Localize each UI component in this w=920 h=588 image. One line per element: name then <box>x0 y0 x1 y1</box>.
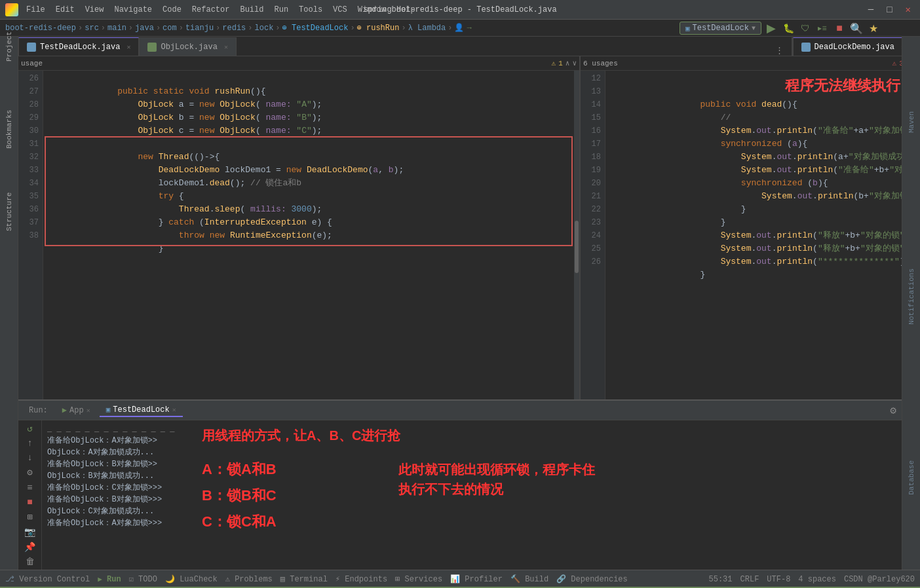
breadcrumb-com[interactable]: com <box>163 24 177 33</box>
menu-vcs[interactable]: VCS <box>329 4 351 16</box>
menu-refactor[interactable]: Refactor <box>188 4 234 16</box>
menu-edit[interactable]: Edit <box>52 4 79 16</box>
breadcrumb-method[interactable]: ⊕ rushRun <box>357 23 400 33</box>
statusbar: ⎇ Version Control ▶ Run ☑ TODO 🌙 LuaChec… <box>0 570 920 588</box>
tab-testdeadlock[interactable]: TestDeadLock.java ✕ <box>18 37 139 56</box>
menu-view[interactable]: View <box>81 4 108 16</box>
statusbar-terminal[interactable]: ▤ Terminal <box>280 574 328 584</box>
statusbar-todo-label: TODO <box>138 575 157 584</box>
coverage-button[interactable]: 🛡 <box>798 21 813 35</box>
left-scrollbar-thumb[interactable] <box>575 221 579 273</box>
run-pin-btn[interactable]: 📌 <box>23 542 37 553</box>
git-user[interactable]: CSDN @Parley620 <box>844 575 915 584</box>
tab-objlock-close[interactable]: ✕ <box>224 43 228 51</box>
breadcrumb-main[interactable]: main <box>107 24 126 33</box>
statusbar-version-control[interactable]: ⎇ Version Control <box>5 574 90 584</box>
build-icon: 🔨 <box>510 575 520 584</box>
tab-deadlockdemo[interactable]: DeadLockDemo.java ✕ <box>793 37 913 56</box>
run-settings-btn[interactable]: ⚙ <box>23 467 37 478</box>
indent-info[interactable]: 4 spaces <box>798 575 836 584</box>
close-button[interactable]: ✕ <box>902 4 915 15</box>
app-tab-close[interactable]: ✕ <box>86 407 90 414</box>
profiler-icon: 📊 <box>450 575 460 584</box>
statusbar-endpoints[interactable]: ⚡ Endpoints <box>335 574 387 584</box>
rline-25: 25 <box>581 242 605 255</box>
tab-more-button[interactable]: ⋮ <box>770 45 789 56</box>
breadcrumb-tianju[interactable]: tianju <box>185 24 214 33</box>
statusbar-problems[interactable]: ⚠ Problems <box>225 574 273 584</box>
rcode-26: } <box>608 255 917 268</box>
run-button[interactable]: ▶ <box>764 21 778 35</box>
line-separator[interactable]: CRLF <box>740 575 759 584</box>
tab-objlock[interactable]: ObjLock.java ✕ <box>139 37 236 56</box>
menu-navigate[interactable]: Navigate <box>110 4 156 16</box>
sidebar-structure-icon[interactable]: Structure <box>2 204 16 219</box>
tab-testdeadlock-close[interactable]: ✕ <box>126 43 130 51</box>
breadcrumb-class[interactable]: ⊕ TestDeadLock <box>282 23 349 33</box>
cursor-position[interactable]: 55:31 <box>709 575 733 584</box>
sidebar-maven-label[interactable]: Maven <box>908 107 915 137</box>
breadcrumb-person-icon[interactable]: 👤 <box>454 23 464 33</box>
warning-next[interactable]: ∨ <box>572 59 577 67</box>
warning-prev[interactable]: ∧ <box>565 59 570 67</box>
breadcrumb-java[interactable]: java <box>135 24 154 33</box>
run-stop-btn[interactable]: ■ <box>23 497 37 507</box>
statusbar-services[interactable]: ⊞ Services <box>395 574 442 584</box>
tab-java-icon <box>27 43 36 52</box>
statusbar-dependencies[interactable]: 🔗 Dependencies <box>556 574 628 584</box>
statusbar-lua-label: LuaCheck <box>180 575 218 584</box>
sidebar-database-label[interactable]: Database <box>908 456 915 499</box>
maximize-button[interactable]: □ <box>883 5 896 15</box>
breadcrumb-redis[interactable]: redis <box>222 24 246 33</box>
run-scroll-up-btn[interactable]: ↑ <box>23 438 37 449</box>
sidebar-project-icon[interactable]: Project <box>2 39 16 54</box>
menu-tools[interactable]: Tools <box>295 4 326 16</box>
testdeadlock-tab-close[interactable]: ✕ <box>172 406 176 414</box>
rcode-20: System.out.println(b+"对象加锁成功"); <box>608 177 917 190</box>
run-scroll-down-btn[interactable]: ↓ <box>23 452 37 463</box>
lua-icon: 🌙 <box>165 575 175 584</box>
debug-button[interactable]: 🐛 <box>781 21 795 35</box>
sidebar-bookmark-icon[interactable]: Bookmarks <box>2 122 16 136</box>
menu-build[interactable]: Build <box>236 4 267 16</box>
statusbar-build[interactable]: 🔨 Build <box>510 574 548 584</box>
run-tab-testdeadlock[interactable]: ▣ TestDeadLock ✕ <box>100 404 183 417</box>
code-line-31: new Thread(()->{ <box>46 138 577 151</box>
statusbar-run[interactable]: ▶ Run <box>98 575 121 584</box>
search-button[interactable]: 🔍 <box>849 21 864 35</box>
services-icon: ⊞ <box>395 575 400 584</box>
code-line-35: Thread.sleep( millis: 3000); <box>46 190 577 203</box>
line-num-38: 38 <box>18 229 43 242</box>
run-config-dropdown[interactable]: ▣ TestDeadLock ▼ <box>680 22 761 35</box>
breadcrumb-lambda[interactable]: λ Lambda <box>408 24 446 33</box>
statusbar-todo[interactable]: ☑ TODO <box>129 574 157 584</box>
more-run-button[interactable]: ▸≡ <box>815 21 830 35</box>
encoding[interactable]: UTF-8 <box>767 575 790 584</box>
line-num-31: 31 <box>18 138 43 151</box>
statusbar-profiler[interactable]: 📊 Profiler <box>450 574 503 584</box>
run-trash-btn[interactable]: 🗑 <box>23 557 37 567</box>
breadcrumb-src[interactable]: src <box>85 24 99 33</box>
run-filter-btn[interactable]: ≡ <box>23 482 37 492</box>
run-layout-btn[interactable]: ⊞ <box>23 511 37 523</box>
run-tab-app[interactable]: ▶ App ✕ <box>56 404 97 416</box>
breadcrumb-arrow[interactable]: → <box>467 24 471 33</box>
warning-icon: ⚠ <box>552 59 556 67</box>
run-camera-btn[interactable]: 📷 <box>23 526 37 538</box>
run-settings-icon[interactable]: ⚙ <box>890 404 896 417</box>
menu-file[interactable]: File <box>22 4 49 16</box>
run-toolbar: ▣ TestDeadLock ▼ ▶ 🐛 🛡 ▸≡ ■ 🔍 ★ <box>680 20 881 37</box>
run-line-4: ObjLock：B对象加锁成功... <box>47 470 896 482</box>
minimize-button[interactable]: ─ <box>864 5 877 15</box>
breadcrumb-project[interactable]: boot-redis-deep <box>5 24 76 33</box>
sidebar-notifications-label[interactable]: Notifications <box>908 265 915 329</box>
breadcrumb-lock[interactable]: lock <box>255 24 274 33</box>
line-num-27: 27 <box>18 85 43 98</box>
run-restart-btn[interactable]: ↺ <box>23 423 37 434</box>
menu-run[interactable]: Run <box>270 4 292 16</box>
stop-button[interactable]: ■ <box>832 21 847 35</box>
bookmark-button[interactable]: ★ <box>866 21 881 35</box>
rcode-13: public void dead(){ <box>608 85 917 98</box>
menu-code[interactable]: Code <box>159 4 185 16</box>
statusbar-luacheck[interactable]: 🌙 LuaCheck <box>165 574 218 584</box>
